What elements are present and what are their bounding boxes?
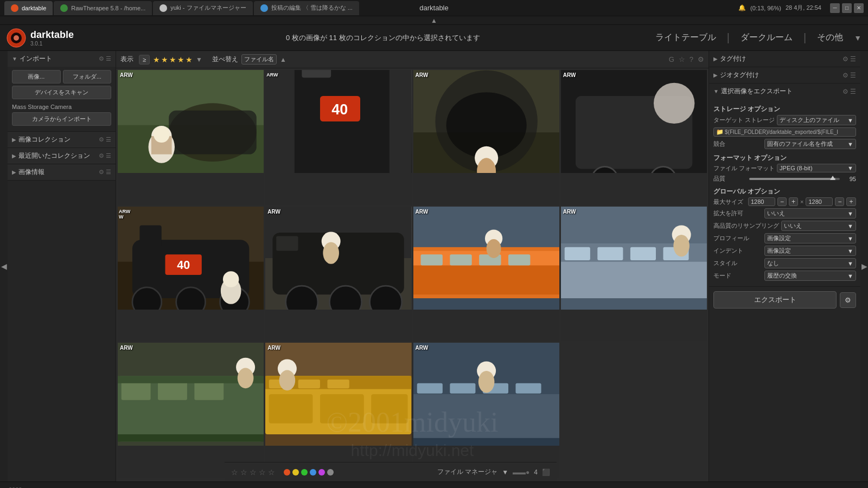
scan-device-button[interactable]: デバイスをスキャン bbox=[12, 86, 111, 99]
photo-cell-4[interactable]: ARW bbox=[561, 70, 707, 205]
intent-select[interactable]: 画像設定 ▼ bbox=[764, 246, 856, 256]
export-header[interactable]: ▼ 選択画像をエクスポート ⚙ ☰ bbox=[709, 84, 860, 99]
color-dot-grey[interactable] bbox=[327, 469, 334, 476]
sort-direction[interactable]: ▲ bbox=[280, 56, 286, 63]
svg-text:40: 40 bbox=[177, 259, 190, 272]
filter-star2[interactable]: ☆ bbox=[240, 468, 247, 477]
max-size-w-minus[interactable]: − bbox=[777, 197, 787, 206]
photo-cell-3[interactable]: ARW bbox=[413, 70, 559, 205]
color-dot-yellow[interactable] bbox=[292, 469, 299, 476]
import-image-button[interactable]: 画像... bbox=[12, 70, 61, 84]
date-display: 28 4月, 22:54 bbox=[786, 4, 821, 12]
photo-cell-11[interactable]: ARW bbox=[413, 343, 559, 478]
photo-cell-7[interactable]: ARW bbox=[413, 207, 559, 342]
tab-wordpress[interactable]: 投稿の編集 〈 雪は降るかな ... bbox=[254, 1, 359, 15]
geotag-header[interactable]: ▶ ジオタグ付け ⚙ ☰ bbox=[709, 67, 860, 83]
svg-text:40: 40 bbox=[332, 101, 348, 118]
close-button[interactable]: ✕ bbox=[854, 3, 864, 13]
export-button[interactable]: エクスポート bbox=[713, 291, 837, 309]
recent-header[interactable]: ▶ 最近開いたコレクション ⚙ ☰ bbox=[8, 148, 116, 164]
mode-select[interactable]: 履歴の交換 ▼ bbox=[764, 271, 856, 281]
imageinfo-header[interactable]: ▶ 画像情報 ⚙ ☰ bbox=[8, 164, 116, 180]
maximize-button[interactable]: □ bbox=[842, 3, 852, 13]
header-nav: ライトテーブル | ダークルーム | その他 ▼ bbox=[651, 30, 861, 46]
photo-cell-5[interactable]: ARWW 40 bbox=[118, 207, 264, 342]
toolbar-help-icon[interactable]: ? bbox=[690, 55, 693, 63]
nav-lighttable[interactable]: ライトテーブル bbox=[651, 30, 720, 46]
file-manager-dropdown-icon[interactable]: ▼ bbox=[502, 468, 508, 476]
filter-button[interactable]: ≥ bbox=[139, 55, 150, 65]
geotag-triangle: ▶ bbox=[713, 72, 718, 78]
toolbar-star-icon[interactable]: ☆ bbox=[679, 55, 685, 63]
filter-star3[interactable]: ☆ bbox=[250, 468, 257, 477]
photo-label-5: ARWW bbox=[119, 209, 130, 221]
photo-cell-10[interactable]: ARW bbox=[265, 343, 411, 478]
style-select[interactable]: なし ▼ bbox=[764, 258, 856, 268]
stars-dropdown[interactable]: ▼ bbox=[196, 56, 202, 63]
toolbar-gear-icon[interactable]: ⚙ bbox=[698, 55, 704, 63]
photo-cell-6[interactable]: ARW bbox=[265, 207, 411, 342]
file-format-select[interactable]: JPEG (8-bit) ▼ bbox=[777, 164, 856, 172]
tag-header[interactable]: ▶ タグ付け ⚙ ☰ bbox=[709, 51, 860, 67]
svg-rect-98 bbox=[515, 383, 541, 394]
color-dot-purple[interactable] bbox=[318, 469, 325, 476]
svg-rect-86 bbox=[269, 394, 313, 423]
collections-header[interactable]: ▶ 画像コレクション ⚙ ☰ bbox=[8, 132, 116, 147]
hq-resample-label: 高品質のリサンプリング bbox=[713, 222, 779, 230]
photo-cell-2[interactable]: ARW 40 bbox=[265, 70, 411, 205]
left-collapse-toggle[interactable]: ◀ bbox=[0, 51, 8, 481]
top-arrow-icon[interactable]: ▲ bbox=[431, 17, 437, 24]
import-section-header[interactable]: ▼ インポート ⚙ ☰ bbox=[8, 51, 116, 67]
photo-cell-1[interactable]: ARW bbox=[118, 70, 264, 205]
quality-slider[interactable] bbox=[749, 178, 840, 180]
style-label: スタイル bbox=[713, 259, 762, 267]
nav-dropdown[interactable]: ▼ bbox=[854, 34, 861, 42]
svg-rect-87 bbox=[320, 394, 364, 423]
max-size-h-minus[interactable]: − bbox=[835, 197, 844, 206]
path-field[interactable]: 📁 $(FILE_FOLDER)/darktable_exported/$(FI… bbox=[713, 127, 856, 137]
color-dot-green[interactable] bbox=[301, 469, 308, 476]
filter-star1[interactable]: ☆ bbox=[231, 468, 238, 477]
color-dot-blue[interactable] bbox=[310, 469, 316, 476]
bottom-arrow-icon[interactable]: ▼ bbox=[430, 485, 438, 489]
profile-select[interactable]: 画像設定 ▼ bbox=[764, 233, 856, 243]
nav-other[interactable]: その他 bbox=[813, 30, 847, 46]
import-camera-button[interactable]: カメラからインポート bbox=[12, 112, 111, 126]
max-size-height[interactable] bbox=[806, 197, 833, 206]
stars-filter[interactable]: ★ ★ ★ ★ ★ bbox=[153, 55, 193, 64]
filter-star5[interactable]: ☆ bbox=[268, 468, 275, 477]
tab-icon-filemanager bbox=[159, 4, 167, 12]
imageinfo-label: 画像情報 bbox=[18, 168, 97, 177]
imageinfo-section: ▶ 画像情報 ⚙ ☰ bbox=[8, 164, 116, 181]
allow-enlarge-select[interactable]: いいえ ▼ bbox=[764, 208, 856, 219]
allow-enlarge-value: いいえ bbox=[767, 209, 785, 217]
tab-darktable[interactable]: darktable bbox=[4, 1, 53, 15]
bottom-slider[interactable]: ▬▬● bbox=[513, 468, 529, 476]
camera-label: Mass Storage Camera bbox=[12, 101, 111, 112]
minimize-button[interactable]: ─ bbox=[830, 3, 840, 13]
tab-rawtherapee[interactable]: RawTherapee 5.8 - /home... bbox=[54, 1, 152, 15]
photo-cell-8[interactable]: ARW bbox=[561, 207, 707, 342]
nav-darkroom[interactable]: ダークルーム bbox=[736, 30, 797, 46]
import-folder-button[interactable]: フォルダ... bbox=[63, 70, 112, 84]
quality-value: 95 bbox=[843, 176, 856, 182]
max-size-w-plus[interactable]: + bbox=[789, 197, 798, 206]
target-storage-select[interactable]: ディスク上のファイル ▼ bbox=[777, 115, 856, 125]
match-select[interactable]: 固有のファイル名を作成 ▼ bbox=[764, 139, 856, 149]
toolbar-g-icon[interactable]: G bbox=[669, 55, 674, 63]
tab-filemanager[interactable]: yuki - ファイルマネージャー bbox=[153, 1, 252, 15]
star-filter[interactable]: ☆ ☆ ☆ ☆ ☆ bbox=[231, 468, 275, 477]
monitor-icon: ⬛ bbox=[542, 468, 550, 476]
right-collapse-toggle[interactable]: ▶ bbox=[860, 51, 868, 481]
max-size-width[interactable] bbox=[748, 197, 775, 206]
export-gear-button[interactable]: ⚙ bbox=[840, 292, 856, 308]
filter-star4[interactable]: ☆ bbox=[259, 468, 266, 477]
hq-resample-select[interactable]: いいえ ▼ bbox=[781, 221, 856, 231]
svg-point-2 bbox=[14, 35, 19, 41]
color-dot-red[interactable] bbox=[284, 469, 290, 476]
max-size-h-plus[interactable]: + bbox=[846, 197, 856, 206]
photo-label-7: ARW bbox=[416, 209, 429, 215]
photo-cell-9[interactable]: ARW bbox=[118, 343, 264, 478]
very-bottom: 2020 ▼ bbox=[0, 481, 868, 488]
sort-field[interactable]: ファイル名 bbox=[241, 54, 277, 65]
